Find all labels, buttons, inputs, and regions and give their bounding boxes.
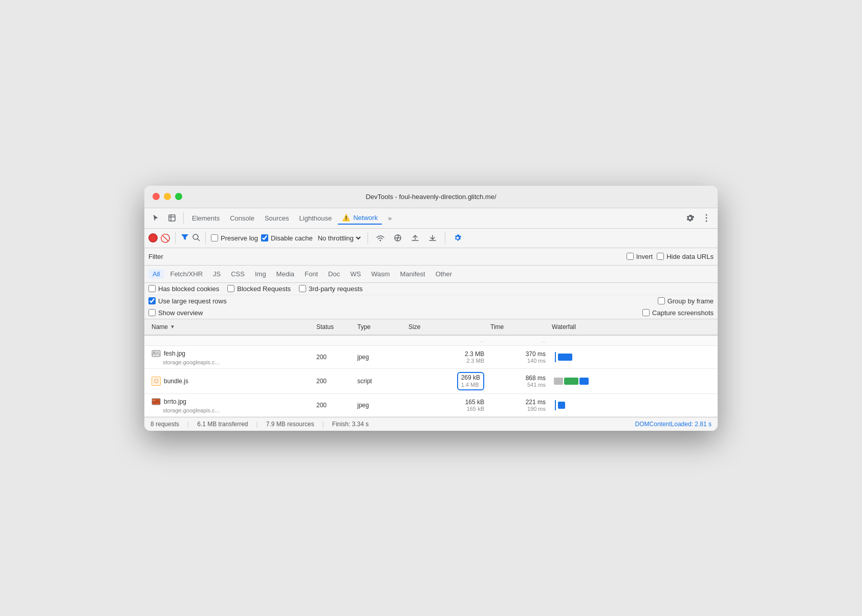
type-filter-img[interactable]: Img [251,269,270,279]
large-rows-checkbox[interactable]: Use large request rows [148,297,227,305]
hide-data-urls-checkbox[interactable]: Hide data URLs [657,253,714,260]
waterfall-bar-bundle [554,378,589,385]
group-by-frame-checkbox[interactable]: Group by frame [658,297,714,305]
record-button[interactable] [148,233,158,243]
size-top-bundle: 269 kB [461,374,480,381]
throttle-wrapper: No throttling Slow 3G Fast 3G [316,234,362,243]
filter-label: Filter [148,253,163,260]
network-config-icon[interactable] [450,231,465,245]
capture-screenshots-input[interactable] [642,309,650,316]
svg-point-3 [706,221,707,222]
wf-line [555,352,556,362]
type-filter-other[interactable]: Other [432,269,457,279]
type-filter-doc[interactable]: Doc [324,269,344,279]
td-size-brrto: 165 kB 165 kB [405,394,487,416]
third-party-checkbox[interactable]: 3rd-party requests [299,285,363,293]
wf-blue-bundle [579,378,589,385]
close-button[interactable] [153,193,160,200]
type-filter-ws[interactable]: WS [346,269,365,279]
th-status[interactable]: Status [313,319,354,335]
capture-screenshots-checkbox[interactable]: Capture screenshots [642,309,714,317]
show-overview-input[interactable] [148,309,156,316]
type-filter-manifest[interactable]: Manifest [396,269,429,279]
type-filter-all[interactable]: All [148,269,164,279]
tab-network[interactable]: ⚠️ Network [338,212,382,225]
invert-checkbox[interactable]: Invert [627,253,653,260]
svg-point-2 [706,217,707,219]
third-party-input[interactable] [299,285,306,292]
large-rows-input[interactable] [148,297,156,304]
partial-name [148,336,313,345]
file-name-fesh: fesh.jpg [152,349,185,358]
tab-elements[interactable]: Elements [188,212,224,224]
hide-data-urls-input[interactable] [657,253,664,260]
type-filter-font[interactable]: Font [300,269,322,279]
th-size[interactable]: Size [405,319,487,335]
minimize-button[interactable] [164,193,171,200]
type-filter-fetch[interactable]: Fetch/XHR [166,269,207,279]
tab-more[interactable]: » [384,212,396,224]
traffic-lights [153,193,182,200]
wifi-icon[interactable] [373,231,387,245]
tab-lighthouse[interactable]: Lighthouse [295,212,336,224]
preserve-log-input[interactable] [211,234,218,241]
show-overview-row: Show overview Capture screenshots [148,307,714,319]
toolbar-separator-5 [445,232,445,244]
cursor-icon[interactable] [148,211,163,225]
table-row-brrto[interactable]: brrto.jpg storage.googleapis.c... 200 jp… [144,394,718,417]
table-header: Name ▼ Status Type Size Time Waterfall [144,319,718,336]
status-sep-2: | [256,421,258,428]
td-type-bundle: script [354,369,405,393]
tab-sources[interactable]: Sources [261,212,293,224]
td-type-brrto: jpeg [354,394,405,416]
blocked-requests-input[interactable] [227,285,234,292]
table-row-bundle[interactable]: ⬡ bundle.js 200 script 269 kB 1.4 MB 868… [144,369,718,394]
blocked-requests-checkbox[interactable]: Blocked Requests [227,285,291,293]
disable-cache-checkbox[interactable]: Disable cache [261,234,313,242]
settings-icon[interactable] [683,211,697,225]
throttle-select[interactable]: No throttling Slow 3G Fast 3G [316,234,362,243]
titlebar: DevTools - foul-heavenly-direction.glitc… [144,186,718,208]
partial-row: ... ... [144,336,718,346]
more-options-icon[interactable] [699,211,714,225]
upload-icon[interactable] [408,231,422,245]
preserve-log-checkbox[interactable]: Preserve log [211,234,258,242]
options-bar: Has blocked cookies Blocked Requests 3rd… [144,283,718,319]
th-waterfall[interactable]: Waterfall [549,319,714,335]
type-filter-wasm[interactable]: Wasm [367,269,394,279]
invert-input[interactable] [627,253,634,260]
maximize-button[interactable] [175,193,182,200]
status-sep-3: | [322,421,324,428]
th-time[interactable]: Time [487,319,549,335]
tab-console[interactable]: Console [226,212,258,224]
size-highlight-bundle: 269 kB 1.4 MB [457,372,484,390]
window-title: DevTools - foul-heavenly-direction.glitc… [365,193,496,201]
download-icon[interactable] [425,231,440,245]
filter-icon[interactable] [181,233,189,243]
show-overview-checkbox[interactable]: Show overview [148,309,203,317]
type-filter-media[interactable]: Media [272,269,298,279]
td-status-bundle: 200 [313,369,354,393]
network-settings-icon[interactable] [391,231,405,245]
file-sub-fesh: storage.googleapis.c... [163,359,220,365]
td-time-fesh: 370 ms 140 ms [487,346,549,368]
type-filter-js[interactable]: JS [209,269,225,279]
clear-button[interactable]: 🚫 [161,233,170,243]
file-sub-brrto: storage.googleapis.c... [163,407,220,413]
disable-cache-input[interactable] [261,234,268,241]
image-icon-fesh [152,349,161,358]
search-icon[interactable] [192,233,200,243]
has-blocked-cookies-input[interactable] [148,285,156,292]
inspect-icon[interactable] [165,211,179,225]
size-top-fesh: 2.3 MB [465,350,484,358]
table-row[interactable]: fesh.jpg storage.googleapis.c... 200 jpe… [144,346,718,369]
has-blocked-cookies-checkbox[interactable]: Has blocked cookies [148,285,219,293]
td-size-fesh: 2.3 MB 2.3 MB [405,346,487,368]
sort-icon: ▼ [170,324,175,329]
group-by-frame-input[interactable] [658,297,665,304]
type-filter-css[interactable]: CSS [227,269,249,279]
th-name[interactable]: Name ▼ [148,319,313,335]
th-type[interactable]: Type [354,319,405,335]
time-top-brrto: 221 ms [526,399,546,406]
td-name-fesh: fesh.jpg storage.googleapis.c... [148,346,313,368]
